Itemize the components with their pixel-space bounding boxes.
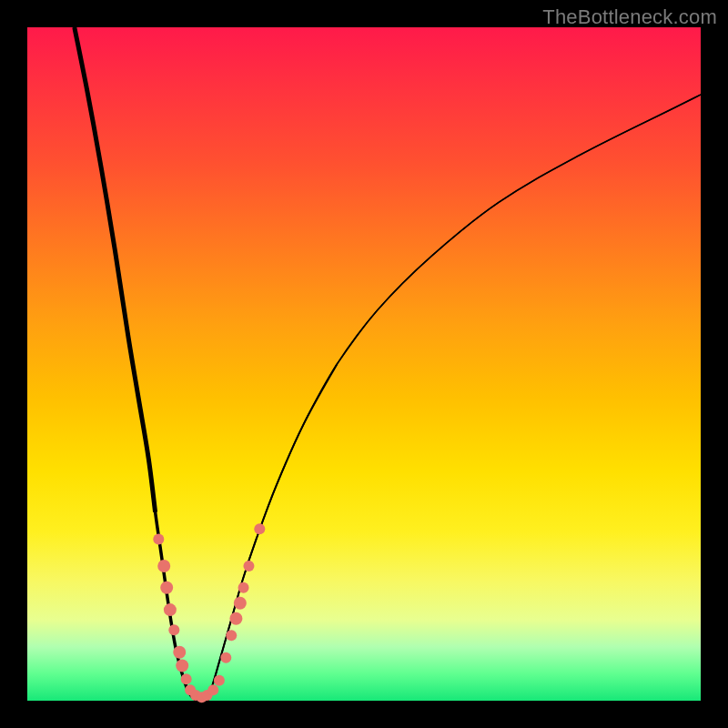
plot-area: [27, 27, 701, 701]
data-point: [220, 652, 231, 663]
data-point: [243, 561, 254, 571]
data-point: [254, 523, 265, 534]
curve-right-curve-thin: [337, 95, 701, 364]
curve-group: [75, 27, 701, 701]
data-point: [238, 582, 249, 593]
data-point: [160, 581, 173, 594]
data-point: [168, 624, 179, 635]
data-point: [234, 597, 247, 610]
data-point: [164, 603, 177, 616]
curve-left-curve-thick: [75, 27, 156, 512]
data-point: [207, 684, 218, 695]
data-point: [214, 675, 225, 686]
curve-right-curve: [207, 95, 701, 701]
data-point: [157, 560, 170, 572]
dots-group: [153, 523, 265, 703]
curve-right-curve-thick: [207, 364, 337, 701]
chart-svg: [27, 27, 701, 701]
chart-frame: TheBottleneck.com: [0, 0, 728, 728]
data-point: [176, 660, 188, 672]
data-point: [229, 612, 242, 625]
data-point: [226, 630, 237, 641]
watermark-text: TheBottleneck.com: [542, 5, 717, 29]
data-point: [153, 533, 164, 544]
data-point: [181, 673, 192, 684]
data-point: [173, 646, 186, 659]
